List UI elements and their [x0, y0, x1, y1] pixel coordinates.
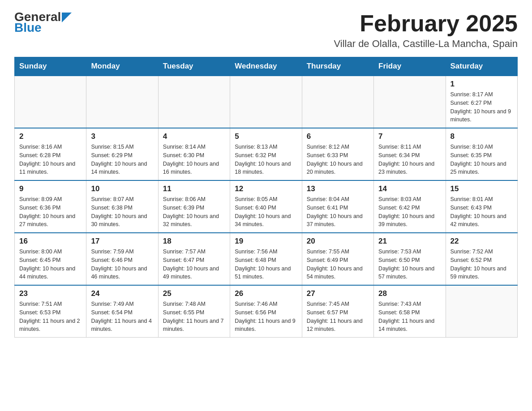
day-number: 23 — [19, 289, 82, 298]
day-number: 17 — [91, 237, 153, 246]
calendar-cell: 19Sunrise: 7:56 AM Sunset: 6:48 PM Dayli… — [230, 233, 302, 285]
week-row-3: 9Sunrise: 8:09 AM Sunset: 6:36 PM Daylig… — [15, 180, 518, 233]
calendar-cell: 22Sunrise: 7:52 AM Sunset: 6:52 PM Dayli… — [446, 233, 517, 285]
day-number: 3 — [91, 132, 153, 141]
day-number: 12 — [235, 184, 297, 193]
week-row-2: 2Sunrise: 8:16 AM Sunset: 6:28 PM Daylig… — [15, 128, 518, 180]
day-info: Sunrise: 8:12 AM Sunset: 6:33 PM Dayligh… — [307, 143, 369, 176]
calendar-cell: 7Sunrise: 8:11 AM Sunset: 6:34 PM Daylig… — [374, 128, 446, 180]
calendar-cell: 26Sunrise: 7:46 AM Sunset: 6:56 PM Dayli… — [230, 285, 302, 338]
day-number: 2 — [19, 132, 82, 141]
week-row-4: 16Sunrise: 8:00 AM Sunset: 6:45 PM Dayli… — [15, 233, 518, 285]
day-info: Sunrise: 8:05 AM Sunset: 6:40 PM Dayligh… — [235, 195, 297, 229]
calendar-cell: 23Sunrise: 7:51 AM Sunset: 6:53 PM Dayli… — [15, 285, 86, 338]
calendar-cell: 13Sunrise: 8:04 AM Sunset: 6:41 PM Dayli… — [302, 180, 373, 233]
calendar-title: February 2025 — [334, 11, 518, 36]
day-number: 19 — [235, 237, 297, 246]
day-info: Sunrise: 7:55 AM Sunset: 6:49 PM Dayligh… — [307, 248, 369, 281]
calendar-cell — [15, 76, 86, 128]
header-thursday: Thursday — [302, 57, 373, 76]
day-info: Sunrise: 8:17 AM Sunset: 6:27 PM Dayligh… — [450, 90, 513, 124]
calendar-table: SundayMondayTuesdayWednesdayThursdayFrid… — [14, 57, 518, 338]
header-row: SundayMondayTuesdayWednesdayThursdayFrid… — [15, 57, 518, 76]
day-number: 16 — [19, 237, 82, 246]
day-info: Sunrise: 7:46 AM Sunset: 6:56 PM Dayligh… — [235, 300, 297, 334]
calendar-cell: 3Sunrise: 8:15 AM Sunset: 6:29 PM Daylig… — [86, 128, 158, 180]
day-info: Sunrise: 7:51 AM Sunset: 6:53 PM Dayligh… — [19, 300, 82, 334]
day-number: 15 — [450, 184, 513, 193]
day-number: 24 — [91, 289, 153, 298]
day-info: Sunrise: 8:09 AM Sunset: 6:36 PM Dayligh… — [19, 195, 82, 229]
day-info: Sunrise: 7:59 AM Sunset: 6:46 PM Dayligh… — [91, 248, 153, 281]
title-block: February 2025 Villar de Olalla, Castille… — [334, 11, 518, 50]
day-info: Sunrise: 7:49 AM Sunset: 6:54 PM Dayligh… — [91, 300, 153, 334]
calendar-cell: 18Sunrise: 7:57 AM Sunset: 6:47 PM Dayli… — [158, 233, 230, 285]
day-info: Sunrise: 8:11 AM Sunset: 6:34 PM Dayligh… — [378, 143, 441, 176]
day-info: Sunrise: 8:04 AM Sunset: 6:41 PM Dayligh… — [307, 195, 369, 229]
day-info: Sunrise: 7:57 AM Sunset: 6:47 PM Dayligh… — [163, 248, 225, 281]
calendar-cell — [302, 76, 373, 128]
calendar-header: SundayMondayTuesdayWednesdayThursdayFrid… — [15, 57, 518, 76]
day-number: 8 — [450, 132, 513, 141]
calendar-cell: 5Sunrise: 8:13 AM Sunset: 6:32 PM Daylig… — [230, 128, 302, 180]
calendar-cell: 21Sunrise: 7:53 AM Sunset: 6:50 PM Dayli… — [374, 233, 446, 285]
calendar-cell: 20Sunrise: 7:55 AM Sunset: 6:49 PM Dayli… — [302, 233, 373, 285]
calendar-cell — [158, 76, 230, 128]
calendar-cell: 16Sunrise: 8:00 AM Sunset: 6:45 PM Dayli… — [15, 233, 86, 285]
calendar-cell: 17Sunrise: 7:59 AM Sunset: 6:46 PM Dayli… — [86, 233, 158, 285]
calendar-cell: 6Sunrise: 8:12 AM Sunset: 6:33 PM Daylig… — [302, 128, 373, 180]
day-number: 25 — [163, 289, 225, 298]
calendar-cell: 28Sunrise: 7:43 AM Sunset: 6:58 PM Dayli… — [374, 285, 446, 338]
calendar-cell: 24Sunrise: 7:49 AM Sunset: 6:54 PM Dayli… — [86, 285, 158, 338]
day-number: 11 — [163, 184, 225, 193]
calendar-cell — [374, 76, 446, 128]
calendar-cell: 2Sunrise: 8:16 AM Sunset: 6:28 PM Daylig… — [15, 128, 86, 180]
day-info: Sunrise: 8:00 AM Sunset: 6:45 PM Dayligh… — [19, 248, 82, 281]
day-info: Sunrise: 8:10 AM Sunset: 6:35 PM Dayligh… — [450, 143, 513, 176]
day-info: Sunrise: 8:06 AM Sunset: 6:39 PM Dayligh… — [163, 195, 225, 229]
header-tuesday: Tuesday — [158, 57, 230, 76]
calendar-cell: 12Sunrise: 8:05 AM Sunset: 6:40 PM Dayli… — [230, 180, 302, 233]
calendar-cell: 8Sunrise: 8:10 AM Sunset: 6:35 PM Daylig… — [446, 128, 517, 180]
day-number: 21 — [378, 237, 441, 246]
day-number: 18 — [163, 237, 225, 246]
day-info: Sunrise: 8:15 AM Sunset: 6:29 PM Dayligh… — [91, 143, 153, 176]
calendar-cell: 4Sunrise: 8:14 AM Sunset: 6:30 PM Daylig… — [158, 128, 230, 180]
day-info: Sunrise: 7:45 AM Sunset: 6:57 PM Dayligh… — [307, 300, 369, 334]
logo-triangle-icon — [62, 13, 72, 22]
calendar-cell: 11Sunrise: 8:06 AM Sunset: 6:39 PM Dayli… — [158, 180, 230, 233]
day-info: Sunrise: 7:56 AM Sunset: 6:48 PM Dayligh… — [235, 248, 297, 281]
day-number: 22 — [450, 237, 513, 246]
calendar-cell: 1Sunrise: 8:17 AM Sunset: 6:27 PM Daylig… — [446, 76, 517, 128]
calendar-cell: 9Sunrise: 8:09 AM Sunset: 6:36 PM Daylig… — [15, 180, 86, 233]
day-number: 9 — [19, 184, 82, 193]
day-number: 6 — [307, 132, 369, 141]
day-number: 14 — [378, 184, 441, 193]
day-info: Sunrise: 8:16 AM Sunset: 6:28 PM Dayligh… — [19, 143, 82, 176]
header-sunday: Sunday — [15, 57, 86, 76]
day-info: Sunrise: 8:03 AM Sunset: 6:42 PM Dayligh… — [378, 195, 441, 229]
day-info: Sunrise: 7:53 AM Sunset: 6:50 PM Dayligh… — [378, 248, 441, 281]
page-header: General Blue February 2025 Villar de Ola… — [14, 11, 518, 50]
calendar-cell: 10Sunrise: 8:07 AM Sunset: 6:38 PM Dayli… — [86, 180, 158, 233]
logo: General Blue — [14, 11, 72, 34]
day-info: Sunrise: 8:01 AM Sunset: 6:43 PM Dayligh… — [450, 195, 513, 229]
day-number: 13 — [307, 184, 369, 193]
day-number: 28 — [378, 289, 441, 298]
calendar-cell — [86, 76, 158, 128]
header-monday: Monday — [86, 57, 158, 76]
day-info: Sunrise: 7:48 AM Sunset: 6:55 PM Dayligh… — [163, 300, 225, 334]
week-row-1: 1Sunrise: 8:17 AM Sunset: 6:27 PM Daylig… — [15, 76, 518, 128]
calendar-body: 1Sunrise: 8:17 AM Sunset: 6:27 PM Daylig… — [15, 76, 518, 338]
day-info: Sunrise: 8:14 AM Sunset: 6:30 PM Dayligh… — [163, 143, 225, 176]
calendar-cell: 14Sunrise: 8:03 AM Sunset: 6:42 PM Dayli… — [374, 180, 446, 233]
logo-part2: Blue — [14, 21, 42, 34]
day-number: 5 — [235, 132, 297, 141]
location-subtitle: Villar de Olalla, Castille-La Mancha, Sp… — [334, 38, 518, 50]
calendar-cell: 25Sunrise: 7:48 AM Sunset: 6:55 PM Dayli… — [158, 285, 230, 338]
calendar-cell — [230, 76, 302, 128]
header-wednesday: Wednesday — [230, 57, 302, 76]
calendar-cell: 27Sunrise: 7:45 AM Sunset: 6:57 PM Dayli… — [302, 285, 373, 338]
header-saturday: Saturday — [446, 57, 517, 76]
day-number: 4 — [163, 132, 225, 141]
